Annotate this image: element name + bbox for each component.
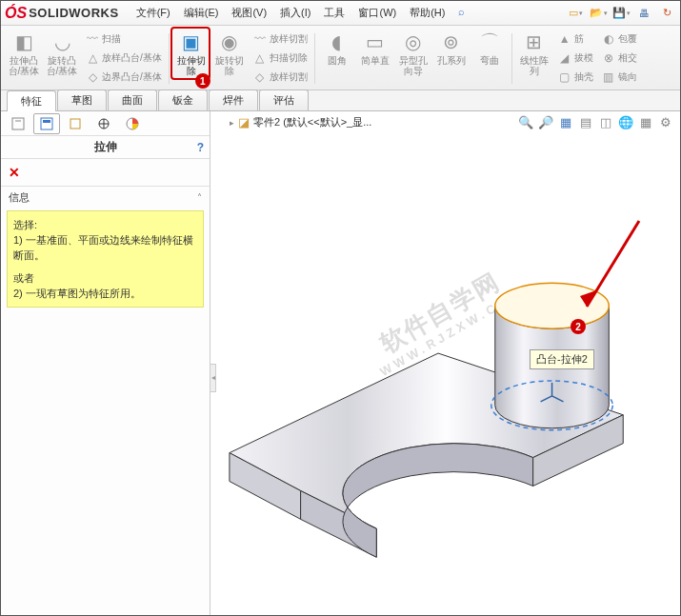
panel-tabs: [1, 111, 210, 136]
pattern-label: 线性阵 列: [520, 55, 549, 76]
annotation-arrow: [572, 216, 649, 321]
ribbon: ◧ 拉伸凸 台/基体 ◡ 旋转凸 台/基体 〰扫描 △放样凸台/基体 ◇边界凸台…: [1, 26, 680, 90]
simple-icon: ▭: [363, 30, 388, 54]
simple-button[interactable]: ▭ 简单直: [356, 28, 394, 89]
hole-series-label: 孔系列: [437, 55, 466, 66]
cut-revolve-button[interactable]: ◉ 旋转切 除: [210, 28, 249, 89]
menu-insert[interactable]: 插入(I): [274, 3, 316, 23]
simple-label: 简单直: [361, 55, 390, 66]
fillet-button[interactable]: ◖ 圆角: [318, 28, 356, 89]
cut-revolve-label: 旋转切 除: [215, 55, 244, 76]
menu-file[interactable]: 文件(F): [130, 3, 176, 23]
mirror-icon: ▥: [601, 70, 616, 85]
tab-surfaces[interactable]: 曲面: [108, 89, 157, 110]
boundary-icon: ◇: [85, 70, 100, 85]
intersect-button[interactable]: ⊗相交: [601, 49, 637, 68]
boundary-button[interactable]: ◇边界凸台/基体: [85, 68, 162, 87]
rib-button[interactable]: ▲筋: [557, 30, 584, 49]
app-name: SOLIDWORKS: [29, 6, 119, 20]
cut-sweep2-button[interactable]: △扫描切除: [252, 49, 308, 68]
wrap-icon: ◐: [601, 31, 616, 47]
model-view: [210, 111, 680, 615]
boss-extrude-icon: ◧: [11, 30, 36, 54]
tab-weldments[interactable]: 焊件: [209, 89, 258, 110]
hole-series-button[interactable]: ⊚ 孔系列: [432, 28, 471, 89]
annotation-badge-1: 1: [195, 73, 210, 89]
features-group-2: ◐包覆 ⊗相交 ▥镜向: [597, 28, 641, 89]
print-icon[interactable]: 🖶: [634, 4, 653, 23]
solidworks-logo-icon: ÓS: [5, 5, 27, 22]
new-file-icon[interactable]: ▭▾: [566, 4, 585, 23]
tab-sketch[interactable]: 草图: [57, 89, 107, 110]
draft-button[interactable]: ◢拔模: [557, 49, 593, 68]
pm-help-icon[interactable]: ?: [197, 141, 204, 154]
sweep-icon: 〰: [85, 31, 100, 47]
boss-revolve-button[interactable]: ◡ 旋转凸 台/基体: [43, 28, 81, 89]
cut-loft-icon: ◇: [252, 70, 268, 85]
menu-tools[interactable]: 工具: [318, 3, 351, 23]
property-manager-tab[interactable]: [33, 113, 60, 134]
loft-button[interactable]: △放样凸台/基体: [85, 49, 162, 68]
mirror-button[interactable]: ▥镜向: [601, 68, 637, 87]
display-tab[interactable]: [119, 113, 146, 134]
menu-window[interactable]: 窗口(W): [352, 3, 402, 23]
main-area: 拉伸 ? ✕ 信息 ˄ 选择: 1) 一基准面、平面或边线来绘制特征横断面。 或…: [1, 111, 680, 615]
cut-extrude-button[interactable]: ▣ 拉伸切 除 1: [172, 28, 210, 89]
pm-info-line1: 1) 一基准面、平面或边线来绘制特征横断面。: [13, 232, 197, 263]
draft-icon: ◢: [557, 50, 572, 66]
sweep-button[interactable]: 〰扫描: [85, 30, 121, 49]
pm-info-or: 或者: [13, 270, 197, 286]
pm-info-line2: 2) 一现有草图为特征所用。: [13, 286, 197, 301]
hole-series-icon: ⊚: [439, 30, 464, 54]
menu-edit[interactable]: 编辑(E): [178, 3, 225, 23]
bend-label: 弯曲: [480, 55, 499, 66]
cut-extrude-icon: ▣: [179, 30, 204, 54]
graphics-area[interactable]: ◂ ▸ ◪ 零件2 (默认<<默认>_显... 🔍 🔎 ▦ ▤ ◫ 🌐 ▦ ⚙ …: [210, 111, 680, 615]
boss-revolve-label: 旋转凸 台/基体: [47, 55, 78, 76]
svg-rect-4: [70, 119, 80, 129]
cut-revolve-icon: ◉: [217, 30, 242, 54]
pattern-button[interactable]: ⊞ 线性阵 列: [515, 28, 553, 89]
shell-button[interactable]: ▢抽壳: [557, 68, 593, 87]
shell-icon: ▢: [557, 70, 572, 85]
boss-extrude-label: 拉伸凸 台/基体: [9, 55, 40, 76]
svg-rect-3: [43, 120, 50, 123]
wrap-button[interactable]: ◐包覆: [601, 30, 637, 49]
svg-rect-0: [12, 118, 24, 129]
feature-tree-tab[interactable]: [5, 113, 31, 134]
pm-cancel-button[interactable]: ✕: [9, 165, 20, 180]
svg-line-12: [587, 221, 639, 307]
menu-search-icon[interactable]: ⌕: [452, 3, 471, 23]
rebuild-icon[interactable]: ↻: [657, 4, 676, 23]
fillet-label: 圆角: [328, 55, 347, 66]
chevron-up-icon: ˄: [197, 192, 202, 203]
open-file-icon[interactable]: 📂▾: [589, 4, 608, 23]
command-tabs: 特征 草图 曲面 钣金 焊件 评估: [1, 90, 680, 111]
pm-close-row: ✕: [1, 159, 210, 186]
bend-button[interactable]: ⌒ 弯曲: [471, 28, 509, 89]
tab-sheetmetal[interactable]: 钣金: [158, 89, 208, 110]
loft-icon: △: [85, 50, 100, 66]
boss-revolve-icon: ◡: [50, 30, 74, 54]
pm-info-header[interactable]: 信息 ˄: [1, 186, 210, 209]
save-icon[interactable]: 💾▾: [611, 4, 631, 23]
cut-sweep-button[interactable]: 〰放样切割: [252, 30, 308, 49]
bend-icon: ⌒: [477, 30, 502, 54]
cut-sweeps-group: 〰放样切割 △扫描切除 ◇放样切割: [249, 28, 311, 89]
pm-info-box: 选择: 1) 一基准面、平面或边线来绘制特征横断面。 或者 2) 一现有草图为特…: [7, 210, 204, 308]
config-tab[interactable]: [62, 113, 89, 134]
property-manager-panel: 拉伸 ? ✕ 信息 ˄ 选择: 1) 一基准面、平面或边线来绘制特征横断面。 或…: [1, 111, 210, 615]
pm-header: 拉伸 ?: [1, 136, 210, 159]
title-bar: ÓS SOLIDWORKS 文件(F) 编辑(E) 视图(V) 插入(I) 工具…: [1, 1, 680, 26]
hole-wizard-icon: ◎: [401, 30, 426, 54]
tab-evaluate[interactable]: 评估: [259, 89, 309, 110]
cut-loft-button[interactable]: ◇放样切割: [252, 68, 308, 87]
boss-extrude-button[interactable]: ◧ 拉伸凸 台/基体: [5, 28, 43, 89]
annotation-badge-2: 2: [571, 319, 586, 334]
cut-sweep2-icon: △: [252, 50, 268, 66]
menu-view[interactable]: 视图(V): [226, 3, 272, 23]
tab-features[interactable]: 特征: [7, 90, 56, 111]
menu-help[interactable]: 帮助(H): [404, 3, 451, 23]
hole-wizard-button[interactable]: ◎ 异型孔 向导: [394, 28, 432, 89]
dimxpert-tab[interactable]: [90, 113, 117, 134]
